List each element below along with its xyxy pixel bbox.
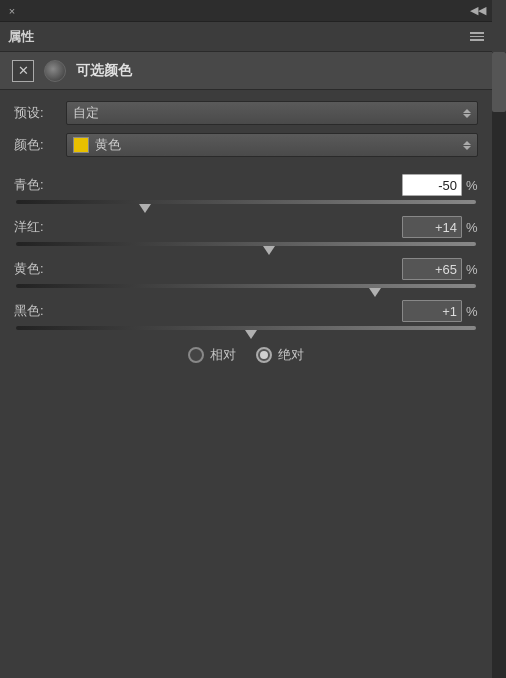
scrollbar-track xyxy=(492,52,506,678)
color-value: 黄色 xyxy=(95,136,121,154)
panel-menu-button[interactable] xyxy=(470,32,484,41)
preset-row: 预设: 自定 xyxy=(14,100,478,126)
black-label: 黑色: xyxy=(14,302,66,320)
title-bar: × ◀◀ xyxy=(0,0,492,22)
radio-row: 相对 绝对 xyxy=(14,346,478,364)
cyan-input[interactable]: -50 xyxy=(402,174,462,196)
yellow-input[interactable]: +65 xyxy=(402,258,462,280)
radio-relative[interactable]: 相对 xyxy=(188,346,236,364)
color-dropdown[interactable]: 黄色 xyxy=(66,133,478,157)
title-bar-left: × xyxy=(6,5,18,17)
radio-relative-label: 相对 xyxy=(210,346,236,364)
effect-name: 可选颜色 xyxy=(76,62,132,80)
black-section: 黑色: +1 % xyxy=(14,298,478,336)
radio-absolute[interactable]: 绝对 xyxy=(256,346,304,364)
preset-label: 预设: xyxy=(14,104,66,122)
scrollbar-thumb[interactable] xyxy=(492,52,506,112)
effect-header: ✕ 可选颜色 xyxy=(0,52,492,90)
preset-dropdown[interactable]: 自定 xyxy=(66,101,478,125)
radio-absolute-circle[interactable] xyxy=(256,347,272,363)
yellow-label: 黄色: xyxy=(14,260,66,278)
preset-value: 自定 xyxy=(73,104,99,122)
panel-header: 属性 xyxy=(0,22,492,52)
radio-relative-circle[interactable] xyxy=(188,347,204,363)
cyan-section: 青色: -50 % xyxy=(14,172,478,210)
close-button[interactable]: × xyxy=(6,5,18,17)
cyan-slider-thumb[interactable] xyxy=(139,204,151,213)
yellow-slider-thumb[interactable] xyxy=(369,288,381,297)
magenta-percent: % xyxy=(466,220,478,235)
collapse-icon[interactable]: ◀◀ xyxy=(470,4,486,17)
black-slider-thumb[interactable] xyxy=(245,330,257,339)
color-row: 颜色: 黄色 xyxy=(14,132,478,158)
main-panel: × ◀◀ 属性 ✕ 可选颜色 预设: 自定 xyxy=(0,0,492,678)
preset-dropdown-arrow xyxy=(463,108,471,119)
cyan-slider-track[interactable] xyxy=(16,200,476,204)
magenta-section: 洋红: +14 % xyxy=(14,214,478,252)
black-input[interactable]: +1 xyxy=(402,300,462,322)
magenta-slider-thumb[interactable] xyxy=(263,246,275,255)
black-slider-track[interactable] xyxy=(16,326,476,330)
yellow-section: 黄色: +65 % xyxy=(14,256,478,294)
cyan-track-row xyxy=(14,200,478,210)
cyan-label: 青色: xyxy=(14,176,66,194)
black-track-row xyxy=(14,326,478,336)
black-percent: % xyxy=(466,304,478,319)
magenta-row: 洋红: +14 % xyxy=(14,214,478,240)
color-swatch xyxy=(73,137,89,153)
magenta-input[interactable]: +14 xyxy=(402,216,462,238)
yellow-percent: % xyxy=(466,262,478,277)
effect-thumbnail xyxy=(44,60,66,82)
panel-title: 属性 xyxy=(8,28,34,46)
main-container: × ◀◀ 属性 ✕ 可选颜色 预设: 自定 xyxy=(0,0,506,678)
black-row: 黑色: +1 % xyxy=(14,298,478,324)
effect-visibility-icon[interactable]: ✕ xyxy=(12,60,34,82)
yellow-slider-track[interactable] xyxy=(16,284,476,288)
radio-absolute-label: 绝对 xyxy=(278,346,304,364)
yellow-track-row xyxy=(14,284,478,294)
yellow-row: 黄色: +65 % xyxy=(14,256,478,282)
content-area: 预设: 自定 颜色: 黄色 xyxy=(0,90,492,374)
cyan-percent: % xyxy=(466,178,478,193)
magenta-track-row xyxy=(14,242,478,252)
color-label: 颜色: xyxy=(14,136,66,154)
color-dropdown-arrow xyxy=(463,140,471,151)
magenta-slider-track[interactable] xyxy=(16,242,476,246)
cyan-row: 青色: -50 % xyxy=(14,172,478,198)
magenta-label: 洋红: xyxy=(14,218,66,236)
